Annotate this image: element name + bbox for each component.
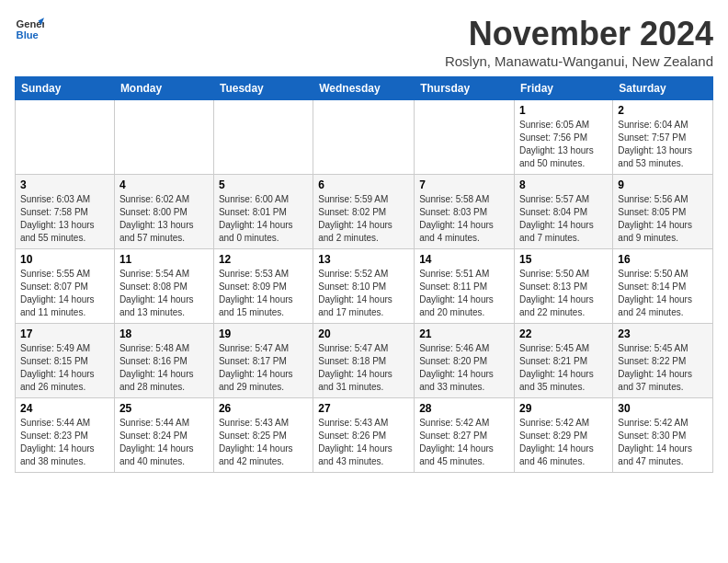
day-number: 1 xyxy=(519,104,608,117)
calendar-cell: 5Sunrise: 6:00 AM Sunset: 8:01 PM Daylig… xyxy=(213,175,313,249)
day-number: 6 xyxy=(318,178,409,191)
cell-sun-info: Sunrise: 5:57 AM Sunset: 8:04 PM Dayligh… xyxy=(519,193,608,245)
day-number: 19 xyxy=(219,327,308,340)
calendar-cell: 18Sunrise: 5:48 AM Sunset: 8:16 PM Dayli… xyxy=(114,324,213,398)
cell-sun-info: Sunrise: 5:53 AM Sunset: 8:09 PM Dayligh… xyxy=(219,268,308,319)
cell-sun-info: Sunrise: 5:42 AM Sunset: 8:27 PM Dayligh… xyxy=(419,417,509,468)
cell-sun-info: Sunrise: 5:47 AM Sunset: 8:18 PM Dayligh… xyxy=(318,342,409,394)
day-number: 27 xyxy=(318,402,409,415)
cell-sun-info: Sunrise: 5:43 AM Sunset: 8:25 PM Dayligh… xyxy=(219,417,308,468)
cell-sun-info: Sunrise: 5:55 AM Sunset: 8:07 PM Dayligh… xyxy=(20,268,109,319)
cell-sun-info: Sunrise: 5:42 AM Sunset: 8:29 PM Dayligh… xyxy=(519,417,608,468)
day-number: 5 xyxy=(219,178,308,191)
calendar-cell: 2Sunrise: 6:04 AM Sunset: 7:57 PM Daylig… xyxy=(613,100,713,175)
cell-sun-info: Sunrise: 5:45 AM Sunset: 8:21 PM Dayligh… xyxy=(519,342,608,394)
day-number: 11 xyxy=(119,253,209,266)
day-number: 22 xyxy=(519,327,608,340)
day-header-tuesday: Tuesday xyxy=(213,77,313,100)
calendar-cell: 21Sunrise: 5:46 AM Sunset: 8:20 PM Dayli… xyxy=(415,324,515,398)
cell-sun-info: Sunrise: 6:02 AM Sunset: 8:00 PM Dayligh… xyxy=(119,193,209,245)
day-number: 2 xyxy=(618,104,708,117)
calendar-cell: 10Sunrise: 5:55 AM Sunset: 8:07 PM Dayli… xyxy=(16,249,115,324)
calendar-cell: 20Sunrise: 5:47 AM Sunset: 8:18 PM Dayli… xyxy=(313,324,415,398)
calendar-cell: 14Sunrise: 5:51 AM Sunset: 8:11 PM Dayli… xyxy=(415,249,515,324)
svg-text:Blue: Blue xyxy=(17,29,39,40)
day-number: 12 xyxy=(219,253,308,266)
calendar-cell: 19Sunrise: 5:47 AM Sunset: 8:17 PM Dayli… xyxy=(213,324,313,398)
month-title: November 2024 xyxy=(445,15,713,53)
calendar-cell xyxy=(313,100,415,175)
cell-sun-info: Sunrise: 5:44 AM Sunset: 8:23 PM Dayligh… xyxy=(20,417,109,468)
day-header-wednesday: Wednesday xyxy=(313,77,415,100)
day-number: 9 xyxy=(618,178,708,191)
calendar-cell xyxy=(415,100,515,175)
calendar-cell: 16Sunrise: 5:50 AM Sunset: 8:14 PM Dayli… xyxy=(613,249,713,324)
calendar-week-3: 10Sunrise: 5:55 AM Sunset: 8:07 PM Dayli… xyxy=(16,249,713,324)
calendar-cell xyxy=(213,100,313,175)
day-number: 4 xyxy=(119,178,209,191)
cell-sun-info: Sunrise: 5:50 AM Sunset: 8:14 PM Dayligh… xyxy=(618,268,708,319)
calendar-cell: 22Sunrise: 5:45 AM Sunset: 8:21 PM Dayli… xyxy=(515,324,613,398)
calendar-cell: 12Sunrise: 5:53 AM Sunset: 8:09 PM Dayli… xyxy=(213,249,313,324)
calendar-cell: 25Sunrise: 5:44 AM Sunset: 8:24 PM Dayli… xyxy=(114,398,213,473)
day-number: 26 xyxy=(219,402,308,415)
cell-sun-info: Sunrise: 5:58 AM Sunset: 8:03 PM Dayligh… xyxy=(419,193,509,245)
calendar-cell: 6Sunrise: 5:59 AM Sunset: 8:02 PM Daylig… xyxy=(313,175,415,249)
cell-sun-info: Sunrise: 5:56 AM Sunset: 8:05 PM Dayligh… xyxy=(618,193,708,245)
day-number: 8 xyxy=(519,178,608,191)
cell-sun-info: Sunrise: 5:47 AM Sunset: 8:17 PM Dayligh… xyxy=(219,342,308,394)
calendar-cell: 9Sunrise: 5:56 AM Sunset: 8:05 PM Daylig… xyxy=(613,175,713,249)
cell-sun-info: Sunrise: 6:05 AM Sunset: 7:56 PM Dayligh… xyxy=(519,119,608,170)
calendar-cell: 24Sunrise: 5:44 AM Sunset: 8:23 PM Dayli… xyxy=(16,398,115,473)
day-number: 23 xyxy=(618,327,708,340)
calendar-cell: 26Sunrise: 5:43 AM Sunset: 8:25 PM Dayli… xyxy=(213,398,313,473)
day-number: 18 xyxy=(119,327,209,340)
day-number: 14 xyxy=(419,253,509,266)
day-number: 29 xyxy=(519,402,608,415)
day-number: 10 xyxy=(20,253,109,266)
day-number: 17 xyxy=(20,327,109,340)
location-subtitle: Roslyn, Manawatu-Wanganui, New Zealand xyxy=(445,53,713,69)
day-header-monday: Monday xyxy=(114,77,213,100)
calendar-cell xyxy=(114,100,213,175)
calendar-cell: 15Sunrise: 5:50 AM Sunset: 8:13 PM Dayli… xyxy=(515,249,613,324)
day-number: 15 xyxy=(519,253,608,266)
calendar-cell: 17Sunrise: 5:49 AM Sunset: 8:15 PM Dayli… xyxy=(16,324,115,398)
calendar-cell: 4Sunrise: 6:02 AM Sunset: 8:00 PM Daylig… xyxy=(114,175,213,249)
cell-sun-info: Sunrise: 5:49 AM Sunset: 8:15 PM Dayligh… xyxy=(20,342,109,394)
calendar-cell: 1Sunrise: 6:05 AM Sunset: 7:56 PM Daylig… xyxy=(515,100,613,175)
calendar-week-2: 3Sunrise: 6:03 AM Sunset: 7:58 PM Daylig… xyxy=(16,175,713,249)
calendar-cell: 23Sunrise: 5:45 AM Sunset: 8:22 PM Dayli… xyxy=(613,324,713,398)
calendar-cell: 13Sunrise: 5:52 AM Sunset: 8:10 PM Dayli… xyxy=(313,249,415,324)
calendar-cell: 30Sunrise: 5:42 AM Sunset: 8:30 PM Dayli… xyxy=(613,398,713,473)
day-number: 20 xyxy=(318,327,409,340)
cell-sun-info: Sunrise: 5:48 AM Sunset: 8:16 PM Dayligh… xyxy=(119,342,209,394)
logo-icon: General Blue xyxy=(15,15,44,44)
day-number: 28 xyxy=(419,402,509,415)
calendar-table: SundayMondayTuesdayWednesdayThursdayFrid… xyxy=(15,76,713,473)
calendar-cell: 28Sunrise: 5:42 AM Sunset: 8:27 PM Dayli… xyxy=(415,398,515,473)
calendar-cell: 11Sunrise: 5:54 AM Sunset: 8:08 PM Dayli… xyxy=(114,249,213,324)
cell-sun-info: Sunrise: 5:59 AM Sunset: 8:02 PM Dayligh… xyxy=(318,193,409,245)
calendar-header-row: SundayMondayTuesdayWednesdayThursdayFrid… xyxy=(16,77,713,100)
cell-sun-info: Sunrise: 6:00 AM Sunset: 8:01 PM Dayligh… xyxy=(219,193,308,245)
cell-sun-info: Sunrise: 5:52 AM Sunset: 8:10 PM Dayligh… xyxy=(318,268,409,319)
day-number: 30 xyxy=(618,402,708,415)
day-number: 24 xyxy=(20,402,109,415)
cell-sun-info: Sunrise: 6:04 AM Sunset: 7:57 PM Dayligh… xyxy=(618,119,708,170)
day-header-saturday: Saturday xyxy=(613,77,713,100)
cell-sun-info: Sunrise: 5:42 AM Sunset: 8:30 PM Dayligh… xyxy=(618,417,708,468)
calendar-week-4: 17Sunrise: 5:49 AM Sunset: 8:15 PM Dayli… xyxy=(16,324,713,398)
day-number: 25 xyxy=(119,402,209,415)
calendar-cell: 8Sunrise: 5:57 AM Sunset: 8:04 PM Daylig… xyxy=(515,175,613,249)
day-number: 21 xyxy=(419,327,509,340)
calendar-cell xyxy=(16,100,115,175)
cell-sun-info: Sunrise: 5:46 AM Sunset: 8:20 PM Dayligh… xyxy=(419,342,509,394)
calendar-week-5: 24Sunrise: 5:44 AM Sunset: 8:23 PM Dayli… xyxy=(16,398,713,473)
calendar-cell: 29Sunrise: 5:42 AM Sunset: 8:29 PM Dayli… xyxy=(515,398,613,473)
day-number: 7 xyxy=(419,178,509,191)
day-header-sunday: Sunday xyxy=(16,77,115,100)
header: General Blue November 2024 Roslyn, Manaw… xyxy=(15,15,713,69)
title-area: November 2024 Roslyn, Manawatu-Wanganui,… xyxy=(445,15,713,69)
calendar-cell: 7Sunrise: 5:58 AM Sunset: 8:03 PM Daylig… xyxy=(415,175,515,249)
